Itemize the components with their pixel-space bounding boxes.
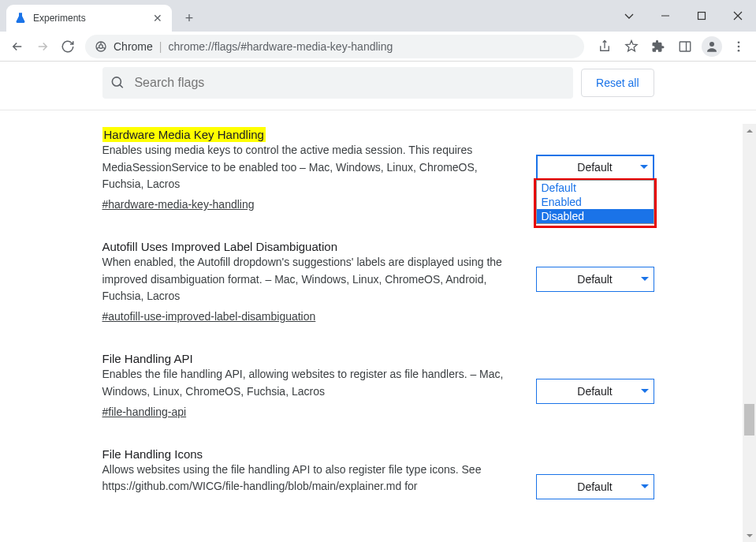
search-flags-box[interactable] — [102, 67, 574, 99]
maximize-button[interactable] — [683, 4, 720, 28]
reload-button[interactable] — [55, 34, 80, 59]
bookmark-icon[interactable] — [619, 34, 644, 59]
flag-description: When enabled, the Autofill dropdown's su… — [102, 254, 520, 305]
dropdown-option[interactable]: Enabled — [537, 195, 654, 209]
chrome-icon — [95, 40, 107, 53]
flag-select[interactable]: Default — [536, 379, 654, 404]
svg-point-7 — [738, 41, 740, 43]
divider — [0, 110, 756, 110]
vertical-scrollbar[interactable] — [743, 124, 756, 542]
browser-tab[interactable]: Experiments ✕ — [6, 5, 172, 32]
reset-all-button[interactable]: Reset all — [581, 69, 654, 97]
svg-rect-4 — [680, 42, 691, 51]
forward-button[interactable] — [30, 34, 55, 59]
flag-select-value: Default — [577, 273, 612, 286]
search-flags-input[interactable] — [134, 76, 565, 90]
flag-select[interactable]: Default — [536, 267, 654, 292]
flag-anchor-link[interactable]: #autofill-use-improved-label-disambiguat… — [102, 310, 316, 323]
back-button[interactable] — [5, 34, 30, 59]
titlebar: Experiments ✕ + — [0, 0, 756, 32]
url-separator: | — [159, 40, 162, 53]
dropdown-option[interactable]: Default — [537, 181, 654, 195]
svg-point-9 — [738, 49, 740, 51]
flag-anchor-link[interactable]: #hardware-media-key-handling — [102, 198, 255, 211]
chevron-down-icon — [640, 161, 648, 174]
flag-item: Hardware Media Key HandlingEnables using… — [102, 128, 654, 211]
close-tab-icon[interactable]: ✕ — [151, 12, 164, 24]
flag-title: Hardware Media Key Handling — [102, 127, 266, 142]
avatar-icon — [702, 36, 722, 57]
scroll-up-arrow[interactable] — [743, 124, 756, 137]
share-icon[interactable] — [592, 34, 617, 59]
flag-select[interactable]: Default — [536, 155, 654, 180]
browser-toolbar: Chrome | chrome://flags/#hardware-media-… — [0, 32, 756, 62]
flask-icon — [14, 12, 27, 24]
scroll-down-arrow[interactable] — [743, 529, 756, 542]
svg-line-11 — [119, 84, 122, 88]
flag-select-dropdown: DefaultEnabledDisabled — [536, 180, 654, 224]
flag-description: Allows websites using the file handling … — [102, 462, 520, 495]
chevron-down-icon — [641, 385, 649, 398]
caret-down-icon[interactable] — [611, 4, 647, 28]
minimize-button[interactable] — [647, 4, 683, 28]
profile-button[interactable] — [699, 34, 724, 59]
flag-item: File Handling IconsAllows websites using… — [102, 447, 654, 499]
flag-title: File Handling Icons — [102, 447, 203, 461]
flag-item: Autofill Uses Improved Label Disambiguat… — [102, 240, 654, 323]
url-scheme-label: Chrome — [114, 40, 153, 53]
address-bar[interactable]: Chrome | chrome://flags/#hardware-media-… — [85, 35, 584, 58]
flag-item: File Handling APIEnables the file handli… — [102, 352, 654, 418]
svg-rect-1 — [698, 13, 706, 20]
close-window-button[interactable] — [720, 4, 756, 28]
flag-description: Enables the file handling API, allowing … — [102, 366, 520, 400]
svg-point-3 — [99, 44, 103, 48]
page-content: Reset all Hardware Media Key HandlingEna… — [0, 62, 756, 542]
menu-icon[interactable] — [726, 34, 751, 59]
svg-point-6 — [709, 42, 714, 47]
flag-title: File Handling API — [102, 352, 193, 365]
extensions-icon[interactable] — [646, 34, 671, 59]
svg-point-8 — [738, 45, 740, 47]
flag-title: Autofill Uses Improved Label Disambiguat… — [102, 240, 337, 253]
dropdown-option[interactable]: Disabled — [537, 209, 654, 223]
chevron-down-icon — [641, 273, 649, 286]
flag-anchor-link[interactable]: #file-handling-api — [102, 406, 187, 418]
flag-select[interactable]: Default — [536, 474, 654, 499]
flag-select-value: Default — [577, 385, 612, 398]
flag-select-value: Default — [577, 161, 612, 174]
chevron-down-icon — [641, 480, 649, 493]
flag-select-value: Default — [577, 480, 612, 493]
svg-point-10 — [112, 77, 121, 86]
url-text: chrome://flags/#hardware-media-key-handl… — [168, 40, 393, 53]
window-controls — [611, 3, 756, 28]
search-icon — [110, 75, 125, 91]
sidepanel-icon[interactable] — [672, 34, 698, 59]
tab-title: Experiments — [33, 13, 86, 24]
scrollbar-thumb[interactable] — [744, 404, 754, 435]
new-tab-button[interactable]: + — [178, 7, 200, 29]
flag-description: Enables using media keys to control the … — [102, 142, 520, 193]
